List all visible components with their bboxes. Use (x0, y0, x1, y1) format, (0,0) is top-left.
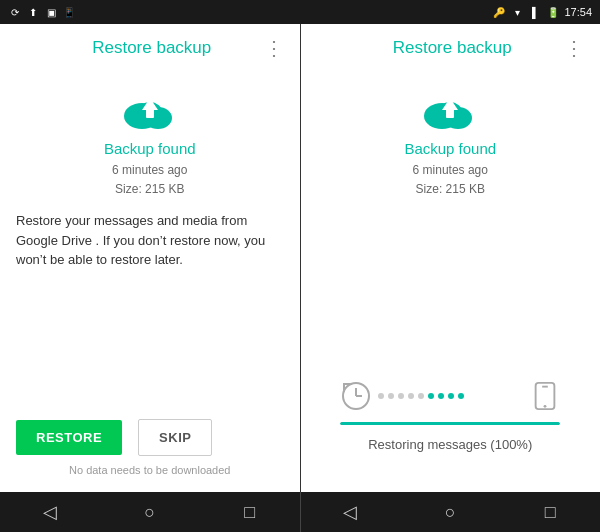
screens-container: Restore backup ⋮ Backup found 6 minutes … (0, 24, 600, 492)
right-more-button[interactable]: ⋮ (564, 38, 584, 58)
dot-5 (418, 393, 424, 399)
left-backup-found-label: Backup found (16, 140, 284, 157)
no-data-note: No data needs to be downloaded (16, 464, 284, 476)
sim-icon: ▣ (44, 5, 58, 19)
right-back-button[interactable]: ◁ (334, 496, 366, 528)
left-back-button[interactable]: ◁ (34, 496, 66, 528)
dot-3 (398, 393, 404, 399)
right-screen-title: Restore backup (341, 38, 565, 58)
right-size: Size: 215 KB (317, 180, 585, 199)
history-icon (340, 380, 372, 412)
left-nav: ◁ ○ □ (0, 492, 300, 532)
status-bar: ⟳ ⬆ ▣ 📱 🔑 ▾ ▌ 🔋 17:54 (0, 0, 600, 24)
left-more-button[interactable]: ⋮ (264, 38, 284, 58)
progress-section: Restoring messages (100%) (317, 380, 585, 476)
right-app-bar: Restore backup ⋮ (301, 24, 601, 72)
phone-device-icon (530, 381, 560, 411)
left-cloud-icon-wrapper (16, 88, 284, 132)
dot-8 (448, 393, 454, 399)
right-nav: ◁ ○ □ (301, 492, 601, 532)
progress-bar (340, 422, 560, 425)
restoring-text: Restoring messages (100%) (368, 437, 532, 452)
left-backup-meta: 6 minutes ago Size: 215 KB (16, 161, 284, 199)
phone-icon: 📱 (62, 5, 76, 19)
left-buttons-row: RESTORE SKIP (16, 419, 284, 456)
right-cloud-icon-wrapper (317, 88, 585, 132)
left-screen: Restore backup ⋮ Backup found 6 minutes … (0, 24, 301, 492)
upload-icon: ⬆ (26, 5, 40, 19)
right-home-button[interactable]: ○ (434, 496, 466, 528)
restore-button[interactable]: RESTORE (16, 420, 122, 455)
progress-track (340, 380, 560, 412)
left-screen-title: Restore backup (40, 38, 264, 58)
left-app-bar: Restore backup ⋮ (0, 24, 300, 72)
time-display: 17:54 (564, 6, 592, 18)
left-recent-button[interactable]: □ (234, 496, 266, 528)
left-screen-content: Backup found 6 minutes ago Size: 215 KB … (0, 72, 300, 492)
left-size: Size: 215 KB (16, 180, 284, 199)
dot-2 (388, 393, 394, 399)
right-cloud-upload-icon (420, 88, 480, 132)
right-backup-found-label: Backup found (317, 140, 585, 157)
left-cloud-upload-icon (120, 88, 180, 132)
left-minutes-ago: 6 minutes ago (16, 161, 284, 180)
dots-container (378, 393, 524, 399)
right-recent-button[interactable]: □ (534, 496, 566, 528)
status-bar-left: ⟳ ⬆ ▣ 📱 (8, 5, 76, 19)
bottom-nav: ◁ ○ □ ◁ ○ □ (0, 492, 600, 532)
skip-button[interactable]: SKIP (138, 419, 212, 456)
wifi-icon: ▾ (510, 5, 524, 19)
dot-4 (408, 393, 414, 399)
dot-9 (458, 393, 464, 399)
dot-7 (438, 393, 444, 399)
svg-point-15 (544, 405, 547, 408)
dot-1 (378, 393, 384, 399)
dot-6 (428, 393, 434, 399)
notification-icon: ⟳ (8, 5, 22, 19)
left-home-button[interactable]: ○ (134, 496, 166, 528)
battery-icon: 🔋 (546, 5, 560, 19)
left-description: Restore your messages and media from Goo… (16, 211, 284, 270)
progress-bar-fill (340, 422, 560, 425)
lock-icon: 🔑 (492, 5, 506, 19)
right-backup-meta: 6 minutes ago Size: 215 KB (317, 161, 585, 199)
signal-icon: ▌ (528, 5, 542, 19)
status-bar-right: 🔑 ▾ ▌ 🔋 17:54 (492, 5, 592, 19)
right-screen-content: Backup found 6 minutes ago Size: 215 KB (301, 72, 601, 492)
right-minutes-ago: 6 minutes ago (317, 161, 585, 180)
right-screen: Restore backup ⋮ Backup found 6 minutes … (301, 24, 601, 492)
